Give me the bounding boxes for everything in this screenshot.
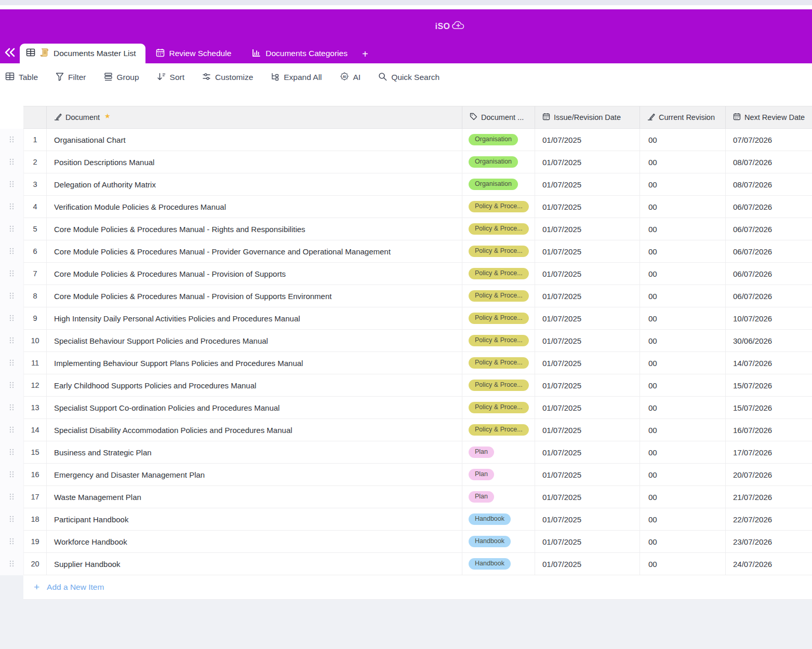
issue-date[interactable]: 01/07/2025 <box>535 173 640 196</box>
current-revision[interactable]: 00 <box>640 330 726 352</box>
sort-button[interactable]: Sort <box>157 72 184 83</box>
current-revision[interactable]: 00 <box>640 240 726 263</box>
current-revision[interactable]: 00 <box>640 196 726 218</box>
drag-handle-icon[interactable] <box>9 158 14 167</box>
current-revision[interactable]: 00 <box>640 419 726 441</box>
drag-handle-icon[interactable] <box>9 225 14 234</box>
issue-date[interactable]: 01/07/2025 <box>535 441 640 464</box>
issue-date[interactable]: 01/07/2025 <box>535 218 640 240</box>
column-header-issue-revision-date[interactable]: Issue/Revision Date <box>535 106 640 129</box>
issue-date[interactable]: 01/07/2025 <box>535 531 640 553</box>
drag-handle-icon[interactable] <box>9 336 14 346</box>
current-revision[interactable]: 00 <box>640 531 726 553</box>
drag-handle-icon[interactable] <box>9 202 14 212</box>
current-revision[interactable]: 00 <box>640 553 726 575</box>
issue-date[interactable]: 01/07/2025 <box>535 352 640 374</box>
category-cell[interactable]: Plan <box>462 441 535 464</box>
document-title[interactable]: Emergency and Disaster Management Plan <box>47 464 462 486</box>
document-title[interactable]: Core Module Policies & Procedures Manual… <box>47 263 462 285</box>
current-revision[interactable]: 00 <box>640 285 726 307</box>
issue-date[interactable]: 01/07/2025 <box>535 419 640 441</box>
drag-handle-icon[interactable] <box>9 515 14 524</box>
issue-date[interactable]: 01/07/2025 <box>535 263 640 285</box>
tab-documents-categories[interactable]: Documents Categories <box>242 44 358 63</box>
document-title[interactable]: Organisational Chart <box>47 129 462 151</box>
expand-all-button[interactable]: Expand All <box>271 72 322 83</box>
next-review-date[interactable]: 20/07/2026 <box>726 464 812 486</box>
column-header-next-review-date[interactable]: Next Review Date <box>726 106 812 129</box>
drag-handle-icon[interactable] <box>9 470 14 480</box>
issue-date[interactable]: 01/07/2025 <box>535 285 640 307</box>
ai-button[interactable]: AI AI <box>340 72 361 83</box>
issue-date[interactable]: 01/07/2025 <box>535 151 640 173</box>
current-revision[interactable]: 00 <box>640 263 726 285</box>
current-revision[interactable]: 00 <box>640 307 726 330</box>
issue-date[interactable]: 01/07/2025 <box>535 307 640 330</box>
category-cell[interactable]: Policy & Proce... <box>462 397 535 419</box>
document-title[interactable]: Core Module Policies & Procedures Manual… <box>47 218 462 240</box>
issue-date[interactable]: 01/07/2025 <box>535 486 640 508</box>
next-review-date[interactable]: 14/07/2026 <box>726 352 812 374</box>
column-header-document-type[interactable]: Document ... <box>462 106 535 129</box>
next-review-date[interactable]: 08/07/2026 <box>726 173 812 196</box>
document-title[interactable]: Workforce Handbook <box>47 531 462 553</box>
next-review-date[interactable]: 24/07/2026 <box>726 553 812 575</box>
category-cell[interactable]: Plan <box>462 464 535 486</box>
drag-handle-icon[interactable] <box>9 269 14 279</box>
document-title[interactable]: Core Module Policies & Procedures Manual… <box>47 285 462 307</box>
current-revision[interactable]: 00 <box>640 218 726 240</box>
drag-handle-icon[interactable] <box>9 359 14 368</box>
issue-date[interactable]: 01/07/2025 <box>535 196 640 218</box>
issue-date[interactable]: 01/07/2025 <box>535 553 640 575</box>
category-cell[interactable]: Handbook <box>462 508 535 531</box>
current-revision[interactable]: 00 <box>640 486 726 508</box>
drag-handle-icon[interactable] <box>9 493 14 502</box>
next-review-date[interactable]: 23/07/2026 <box>726 531 812 553</box>
category-cell[interactable]: Organisation <box>462 151 535 173</box>
category-cell[interactable]: Policy & Proce... <box>462 330 535 352</box>
next-review-date[interactable]: 08/07/2026 <box>726 151 812 173</box>
next-review-date[interactable]: 06/07/2026 <box>726 240 812 263</box>
tab-review-schedule[interactable]: Review Schedule <box>145 44 242 63</box>
category-cell[interactable]: Policy & Proce... <box>462 240 535 263</box>
next-review-date[interactable]: 06/07/2026 <box>726 218 812 240</box>
drag-handle-icon[interactable] <box>9 314 14 323</box>
document-title[interactable]: Participant Handbook <box>47 508 462 531</box>
next-review-date[interactable]: 16/07/2026 <box>726 419 812 441</box>
next-review-date[interactable]: 06/07/2026 <box>726 196 812 218</box>
category-cell[interactable]: Plan <box>462 486 535 508</box>
add-new-item-button[interactable]: + Add a New Item <box>23 575 812 600</box>
current-revision[interactable]: 00 <box>640 464 726 486</box>
category-cell[interactable]: Policy & Proce... <box>462 307 535 330</box>
category-cell[interactable]: Policy & Proce... <box>462 374 535 397</box>
drag-handle-icon[interactable] <box>9 180 14 190</box>
drag-handle-icon[interactable] <box>9 560 14 569</box>
document-title[interactable]: Delegation of Authority Matrix <box>47 173 462 196</box>
next-review-date[interactable]: 15/07/2026 <box>726 374 812 397</box>
category-cell[interactable]: Policy & Proce... <box>462 218 535 240</box>
next-review-date[interactable]: 15/07/2026 <box>726 397 812 419</box>
add-tab-button[interactable]: + <box>358 48 377 63</box>
group-button[interactable]: Group <box>104 72 139 83</box>
next-review-date[interactable]: 06/07/2026 <box>726 285 812 307</box>
category-cell[interactable]: Organisation <box>462 129 535 151</box>
document-title[interactable]: Specialist Disability Accommodation Poli… <box>47 419 462 441</box>
document-title[interactable]: Implementing Behaviour Support Plans Pol… <box>47 352 462 374</box>
category-cell[interactable]: Handbook <box>462 531 535 553</box>
category-cell[interactable]: Policy & Proce... <box>462 196 535 218</box>
document-title[interactable]: Specialist Support Co-ordination Policie… <box>47 397 462 419</box>
drag-handle-icon[interactable] <box>9 247 14 256</box>
next-review-date[interactable]: 06/07/2026 <box>726 263 812 285</box>
issue-date[interactable]: 01/07/2025 <box>535 508 640 531</box>
drag-handle-icon[interactable] <box>9 292 14 301</box>
filter-button[interactable]: Filter <box>56 72 86 83</box>
category-cell[interactable]: Handbook <box>462 553 535 575</box>
drag-handle-icon[interactable] <box>9 403 14 413</box>
customize-button[interactable]: Customize <box>202 72 253 83</box>
current-revision[interactable]: 00 <box>640 173 726 196</box>
next-review-date[interactable]: 21/07/2026 <box>726 486 812 508</box>
issue-date[interactable]: 01/07/2025 <box>535 397 640 419</box>
next-review-date[interactable]: 07/07/2026 <box>726 129 812 151</box>
current-revision[interactable]: 00 <box>640 352 726 374</box>
collapse-sidebar-button[interactable] <box>0 44 20 63</box>
